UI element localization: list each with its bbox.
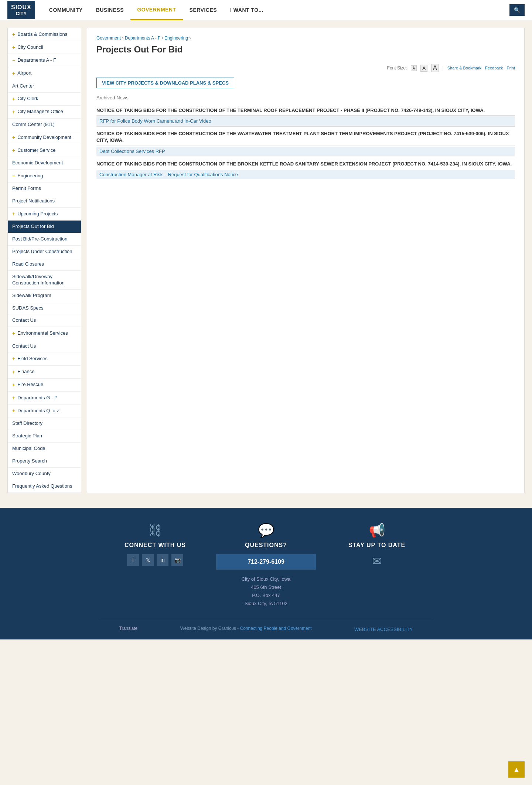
expand-icon: +	[12, 147, 15, 154]
breadcrumb: Government › Departments A - F › Enginee…	[96, 35, 515, 41]
page-title: Projects Out For Bid	[96, 44, 515, 58]
sidebar-item-fire-rescue[interactable]: + Fire Rescue	[8, 379, 81, 392]
view-projects-link[interactable]: VIEW CITY PROJECTS & DOWNLOAD PLANS & SP…	[96, 78, 234, 88]
expand-icon: +	[12, 134, 15, 141]
sidebar-item-municipal-code[interactable]: Municipal Code	[8, 443, 81, 455]
sidebar-item-post-bid[interactable]: Post Bid/Pre-Construction	[8, 233, 81, 246]
font-medium-button[interactable]: A	[420, 65, 427, 72]
sidebar-item-finance[interactable]: + Finance	[8, 366, 81, 379]
font-large-button[interactable]: A	[431, 64, 439, 72]
sidebar-item-field-services[interactable]: + Field Services	[8, 352, 81, 365]
nav-community[interactable]: COMMUNITY	[42, 0, 89, 20]
sidebar-item-economic-dev[interactable]: Economic Development	[8, 157, 81, 170]
footer-address: City of Sioux City, Iowa 405 6th Street …	[216, 575, 316, 608]
website-accessibility-link[interactable]: WEBSITE ACCESSIBILITY	[354, 627, 413, 632]
news-item-link-1[interactable]: RFP for Police Body Worn Camera and In-C…	[96, 116, 515, 126]
sidebar-item-woodbury-county[interactable]: Woodbury County	[8, 468, 81, 480]
expand-icon: +	[12, 211, 15, 217]
sidebar-item-city-council[interactable]: + City Council	[8, 41, 81, 54]
main-nav: COMMUNITY BUSINESS GOVERNMENT SERVICES I…	[42, 0, 509, 20]
sidebar-item-engineering[interactable]: − Engineering	[8, 170, 81, 182]
sidebar-item-sidewalk-driveway[interactable]: Sidewalk/Driveway Construction Informati…	[8, 271, 81, 290]
news-item-3: Debt Collections Services RFP	[96, 147, 515, 157]
font-small-button[interactable]: A	[411, 65, 417, 71]
sidebar: + Boards & Commissions + City Council − …	[7, 28, 81, 493]
sidebar-item-faq[interactable]: Frequently Asked Questions	[8, 480, 81, 493]
granicus-link[interactable]: - Connecting People and Government	[237, 626, 311, 631]
breadcrumb-engineering[interactable]: Engineering	[164, 35, 188, 41]
sidebar-item-property-search[interactable]: Property Search	[8, 455, 81, 468]
sidebar-item-departments-q-z[interactable]: + Departments Q to Z	[8, 405, 81, 417]
facebook-icon[interactable]: f	[127, 554, 139, 566]
feedback-link[interactable]: Feedback	[485, 66, 503, 70]
expand-icon: +	[12, 355, 15, 362]
stay-updated-heading: STAY UP TO DATE	[327, 542, 427, 549]
instagram-icon[interactable]: 📷	[171, 554, 183, 566]
sidebar-item-road-closures[interactable]: Road Closures	[8, 258, 81, 271]
news-item-title-0: NOTICE OF TAKING BIDS FOR THE CONSTRUCTI…	[96, 104, 515, 115]
news-item-link-5[interactable]: Construction Manager at Risk – Request f…	[96, 170, 515, 179]
sidebar-item-projects-under-construction[interactable]: Projects Under Construction	[8, 246, 81, 258]
footer: ⛓ CONNECT WITH US f 𝕏 in 📷 💬 QUESTIONS? …	[0, 508, 532, 639]
news-item-link-3[interactable]: Debt Collections Services RFP	[96, 147, 515, 156]
sidebar-item-sidewalk-program[interactable]: Sidewalk Program	[8, 290, 81, 302]
email-icon[interactable]: ✉	[327, 554, 427, 568]
expand-icon: +	[12, 70, 15, 77]
sidebar-item-sudas-specs[interactable]: SUDAS Specs	[8, 302, 81, 315]
sidebar-item-community-dev[interactable]: + Community Development	[8, 131, 81, 144]
news-item-0: NOTICE OF TAKING BIDS FOR THE CONSTRUCTI…	[96, 104, 515, 116]
share-bookmark-link[interactable]: Share & Bookmark	[447, 66, 481, 70]
sidebar-item-comm-center[interactable]: Comm Center (911)	[8, 119, 81, 131]
sidebar-item-customer-service[interactable]: + Customer Service	[8, 144, 81, 157]
translate-link[interactable]: Translate	[119, 626, 138, 631]
connect-heading: CONNECT WITH US	[105, 542, 205, 549]
questions-heading: QUESTIONS?	[216, 542, 316, 549]
header: SIOUX CITY COMMUNITY BUSINESS GOVERNMENT…	[0, 0, 532, 20]
sidebar-item-city-managers-office[interactable]: + City Manager's Office	[8, 106, 81, 119]
sidebar-item-contact-us-engineering[interactable]: Contact Us	[8, 314, 81, 327]
breadcrumb-government[interactable]: Government	[96, 35, 121, 41]
main-content: Government › Departments A - F › Enginee…	[87, 28, 525, 493]
sidebar-item-upcoming-projects[interactable]: + Upcoming Projects	[8, 208, 81, 221]
expand-icon: +	[12, 96, 15, 102]
nav-business[interactable]: BUSINESS	[89, 0, 131, 20]
print-link[interactable]: Print	[507, 66, 515, 70]
sidebar-item-environmental-services[interactable]: + Environmental Services	[8, 327, 81, 340]
sidebar-item-airport[interactable]: + Airport	[8, 67, 81, 80]
footer-bottom: Translate Website Design by Granicus - C…	[100, 619, 432, 632]
breadcrumb-departments[interactable]: Departments A - F	[125, 35, 161, 41]
sidebar-item-strategic-plan[interactable]: Strategic Plan	[8, 430, 81, 443]
logo-area[interactable]: SIOUX CITY	[7, 1, 35, 20]
font-size-bar: Font Size: A A A | Share & Bookmark Feed…	[96, 64, 515, 72]
nav-services[interactable]: SERVICES	[183, 0, 224, 20]
nav-government[interactable]: GOVERNMENT	[130, 0, 183, 20]
sidebar-item-project-notifications[interactable]: Project Notifications	[8, 195, 81, 208]
sidebar-item-projects-out-for-bid[interactable]: Projects Out for Bid	[8, 221, 81, 233]
search-button[interactable]: 🔍	[509, 4, 525, 16]
news-item-5: Construction Manager at Risk – Request f…	[96, 170, 515, 180]
footer-top: ⛓ CONNECT WITH US f 𝕏 in 📷 💬 QUESTIONS? …	[100, 523, 432, 608]
sidebar-item-departments-g-p[interactable]: + Departments G - P	[8, 392, 81, 405]
expand-icon: +	[12, 395, 15, 401]
twitter-icon[interactable]: 𝕏	[142, 554, 154, 566]
sidebar-item-city-clerk[interactable]: + City Clerk	[8, 93, 81, 106]
sidebar-item-permit-forms[interactable]: Permit Forms	[8, 182, 81, 195]
expand-icon: +	[12, 109, 15, 115]
sidebar-item-art-center[interactable]: Art Center	[8, 80, 81, 93]
archived-news-label: Archived News	[96, 95, 515, 100]
sidebar-item-departments-a-f[interactable]: − Departments A - F	[8, 54, 81, 67]
linkedin-icon[interactable]: in	[157, 554, 168, 566]
phone-number[interactable]: 712-279-6109	[216, 554, 316, 570]
social-icons: f 𝕏 in 📷	[105, 554, 205, 566]
news-item-title-4: NOTICE OF TAKING BIDS FOR THE CONSTRUCTI…	[96, 158, 515, 169]
news-item-title-2: NOTICE OF TAKING BIDS FOR THE CONSTRUCTI…	[96, 127, 515, 145]
news-item-2: NOTICE OF TAKING BIDS FOR THE CONSTRUCTI…	[96, 127, 515, 146]
sidebar-item-boards-commissions[interactable]: + Boards & Commissions	[8, 28, 81, 41]
design-credit: Website Design by Granicus - Connecting …	[180, 626, 312, 631]
nav-i-want-to[interactable]: I WANT TO...	[224, 0, 270, 20]
sidebar-item-contact-us[interactable]: Contact Us	[8, 340, 81, 353]
expand-icon: +	[12, 330, 15, 337]
news-item-4: NOTICE OF TAKING BIDS FOR THE CONSTRUCTI…	[96, 158, 515, 169]
sidebar-item-staff-directory[interactable]: Staff Directory	[8, 417, 81, 430]
font-size-label: Font Size:	[387, 65, 407, 71]
